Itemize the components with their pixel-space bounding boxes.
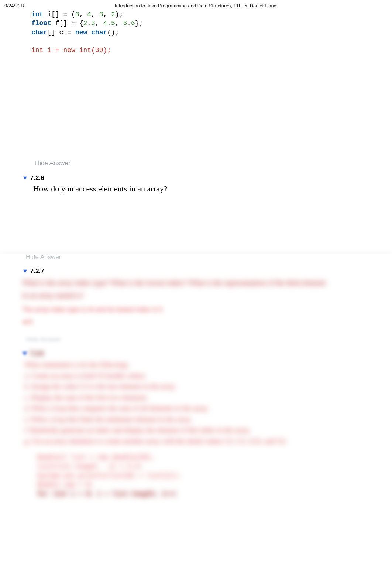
code-snippet: int i[] = (3, 4, 3, 2); float f[] = {2.3… <box>31 10 377 55</box>
expand-triangle-icon[interactable]: ▼ <box>22 175 28 181</box>
hide-answer-button[interactable]: Hide Answer <box>35 160 377 167</box>
question-number: 7.2.7 <box>30 268 44 275</box>
question-7-2-6: ▼ 7.2.6 How do you access elements in an… <box>22 174 377 194</box>
keyword-int: int <box>31 11 43 18</box>
error-line: int i = new int(30); <box>31 47 111 54</box>
blurred-answer-text: The array index type is int and its lowe… <box>22 304 377 315</box>
hide-answer-blurred: Hide Answer <box>26 336 377 343</box>
expand-triangle-icon-blurred <box>22 352 27 355</box>
keyword-float: float <box>31 20 51 27</box>
blurred-question-text: What is the array index type? What is th… <box>22 276 377 302</box>
locked-content-zone: Hide Answer ▼ 7.2.7 What is the array in… <box>0 254 392 513</box>
keyword-new-char: new char <box>75 29 107 36</box>
blurred-short-answer: a[2] <box>22 315 377 327</box>
question-text: How do you access elements in an array? <box>33 183 377 194</box>
blurred-question-number: 7.2.8 <box>30 350 44 357</box>
keyword-char: char <box>31 29 47 36</box>
header-date: 9/24/2018 <box>4 3 26 8</box>
expand-triangle-icon[interactable]: ▼ <box>22 268 28 275</box>
blurred-code-snippet: double[] list = new double[10]; list[lis… <box>37 453 377 498</box>
page-header: 9/24/2018 Introduction to Java Programmi… <box>0 0 392 10</box>
hide-answer-button-2[interactable]: Hide Answer <box>26 254 377 261</box>
question-number: 7.2.6 <box>30 174 44 182</box>
header-title: Introduction to Java Programming and Dat… <box>26 3 388 8</box>
question-7-2-8-header: 7.2.8 <box>22 350 377 357</box>
blurred-question-body: Write statements to do the following: a.… <box>24 360 377 446</box>
question-7-2-7: ▼ 7.2.7 What is the array index type? Wh… <box>22 268 377 327</box>
